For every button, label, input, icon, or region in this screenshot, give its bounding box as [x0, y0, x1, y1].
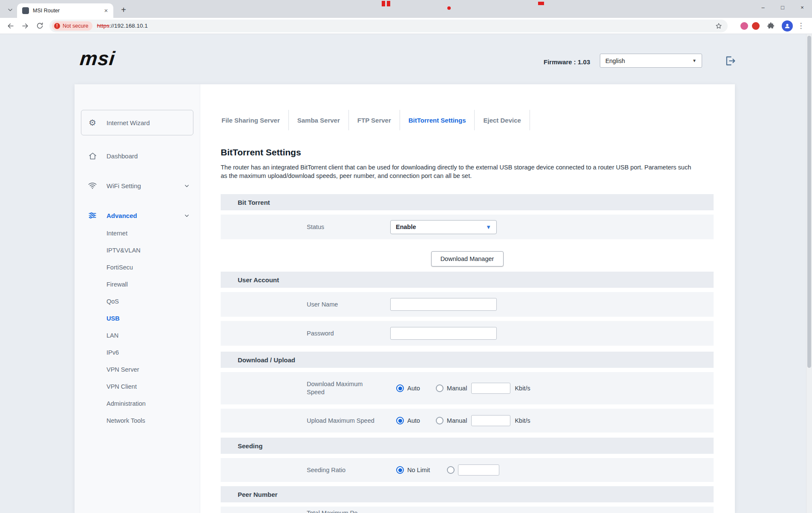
tab-close-icon[interactable]: × — [102, 7, 110, 14]
maximize-button[interactable]: □ — [773, 0, 792, 14]
sidebar-item-iptv-vlan[interactable]: IPTV&VLAN — [75, 242, 200, 259]
main-card: ⚙ Internet Wizard Dashboard WiFi Setting — [75, 84, 735, 513]
page-description: The router has an integrated BitTorrent … — [221, 163, 698, 180]
reload-icon — [36, 22, 44, 30]
sidebar-item-vpn-server[interactable]: VPN Server — [75, 361, 200, 378]
msi-logo: msi — [79, 47, 116, 70]
section-bit-torrent: Bit Torrent — [221, 194, 714, 210]
upload-auto-label: Auto — [407, 417, 420, 424]
wifi-icon — [87, 181, 98, 190]
status-label: Status — [307, 223, 375, 231]
reload-button[interactable] — [33, 20, 46, 32]
sidebar-item-qos[interactable]: QoS — [75, 293, 200, 310]
sidebar-item-advanced[interactable]: Advanced — [75, 207, 200, 224]
sidebar-item-internet[interactable]: Internet — [75, 225, 200, 242]
tab-file-sharing-server[interactable]: File Sharing Server — [221, 110, 289, 130]
upload-manual-radio[interactable] — [436, 417, 443, 424]
sidebar-item-usb[interactable]: USB — [75, 310, 200, 327]
upload-auto-radio[interactable] — [396, 417, 404, 424]
username-input[interactable] — [390, 298, 497, 311]
back-button[interactable] — [4, 20, 17, 32]
sidebar-item-ipv6[interactable]: IPv6 — [75, 344, 200, 361]
extensions-puzzle-icon[interactable] — [764, 20, 777, 32]
not-secure-label: Not secure — [63, 23, 88, 29]
section-seeding: Seeding — [221, 438, 714, 454]
address-bar[interactable]: ! Not secure https://192.168.10.1 — [49, 20, 728, 32]
radio-dot — [398, 468, 402, 472]
language-value: English — [605, 57, 625, 64]
sliders-icon — [87, 211, 98, 220]
upload-manual-input[interactable] — [471, 415, 510, 426]
advanced-submenu: Internet IPTV&VLAN FortiSecu Firewall Qo… — [75, 225, 200, 429]
section-user-account: User Account — [221, 272, 714, 288]
scrollbar[interactable] — [806, 34, 812, 513]
password-row: Password — [221, 321, 714, 346]
chevron-down-icon: ▼ — [692, 58, 697, 63]
custom-ratio-input[interactable] — [458, 464, 499, 476]
download-manual-label: Manual — [447, 385, 467, 392]
browser-menu-icon[interactable]: ⋮ — [797, 21, 805, 30]
seeding-ratio-options: No Limit — [396, 464, 499, 476]
content-area: File Sharing Server Samba Server FTP Ser… — [200, 84, 735, 513]
download-manual-input[interactable] — [471, 383, 510, 394]
tab-search-button[interactable] — [4, 4, 16, 16]
upload-speed-options: Auto Manual Kbit/s — [396, 415, 530, 426]
browser-tab[interactable]: MSI Router × — [17, 3, 113, 18]
status-row: Status Enable ▼ — [221, 215, 714, 239]
extension-icon-1[interactable] — [740, 22, 748, 30]
sidebar-item-internet-wizard[interactable]: ⚙ Internet Wizard — [81, 110, 193, 135]
section-peer-number-title: Peer Number — [238, 491, 277, 498]
tab-strip: MSI Router × + – □ × — [0, 0, 812, 18]
sidebar-item-network-tools[interactable]: Network Tools — [75, 412, 200, 429]
url-text: https://192.168.10.1 — [97, 23, 147, 29]
url-host: ://192.168.10.1 — [109, 23, 148, 29]
no-limit-label: No Limit — [407, 467, 430, 473]
language-select[interactable]: English ▼ — [600, 54, 702, 68]
seeding-ratio-row: Seeding Ratio No Limit — [221, 458, 714, 482]
sidebar-item-firewall[interactable]: Firewall — [75, 276, 200, 293]
dashboard-label: Dashboard — [107, 152, 138, 160]
tab-bittorrent-settings[interactable]: BitTorrent Settings — [400, 110, 475, 130]
warning-icon: ! — [54, 23, 60, 29]
gear-icon: ⚙ — [87, 118, 98, 128]
forward-arrow-icon — [21, 22, 29, 30]
radio-dot — [398, 387, 402, 390]
status-select[interactable]: Enable ▼ — [390, 220, 497, 234]
sidebar-item-vpn-client[interactable]: VPN Client — [75, 378, 200, 395]
not-secure-badge[interactable]: ! Not secure — [52, 21, 92, 31]
new-tab-button[interactable]: + — [118, 4, 130, 16]
tab-title: MSI Router — [33, 8, 102, 14]
tab-samba-server[interactable]: Samba Server — [289, 110, 349, 130]
sidebar-item-administration[interactable]: Administration — [75, 395, 200, 412]
profile-avatar[interactable] — [782, 20, 793, 32]
forward-button[interactable] — [19, 20, 32, 32]
sidebar-item-lan[interactable]: LAN — [75, 327, 200, 344]
download-speed-options: Auto Manual Kbit/s — [396, 383, 530, 394]
minimize-button[interactable]: – — [753, 0, 773, 14]
bookmark-star-icon[interactable] — [715, 22, 723, 30]
no-limit-radio[interactable] — [396, 466, 404, 474]
scrollbar-thumb[interactable] — [807, 36, 811, 368]
tab-ftp-server[interactable]: FTP Server — [349, 110, 400, 130]
tab-bar: File Sharing Server Samba Server FTP Ser… — [221, 110, 714, 130]
logout-button[interactable] — [724, 55, 736, 67]
section-download-upload: Download / Upload — [221, 352, 714, 368]
custom-ratio-radio[interactable] — [447, 466, 455, 474]
sidebar-item-fortisecu[interactable]: FortiSecu — [75, 259, 200, 276]
download-manager-button[interactable]: Download Manager — [431, 251, 504, 267]
tab-eject-device[interactable]: Eject Device — [475, 110, 530, 130]
chevron-down-icon — [7, 7, 13, 13]
home-icon — [87, 152, 98, 160]
back-arrow-icon — [6, 22, 15, 30]
sidebar-item-dashboard[interactable]: Dashboard — [75, 147, 200, 164]
download-auto-radio[interactable] — [396, 384, 404, 392]
section-peer-number: Peer Number — [221, 486, 714, 502]
close-button[interactable]: × — [792, 0, 812, 14]
password-input[interactable] — [390, 327, 497, 340]
advanced-label: Advanced — [107, 212, 137, 219]
download-manual-radio[interactable] — [436, 384, 443, 392]
extension-icon-2[interactable] — [752, 22, 760, 30]
download-speed-label: Download Maximum Speed — [307, 380, 375, 396]
username-label: User Name — [307, 301, 375, 309]
sidebar-item-wifi-setting[interactable]: WiFi Setting — [75, 177, 200, 194]
